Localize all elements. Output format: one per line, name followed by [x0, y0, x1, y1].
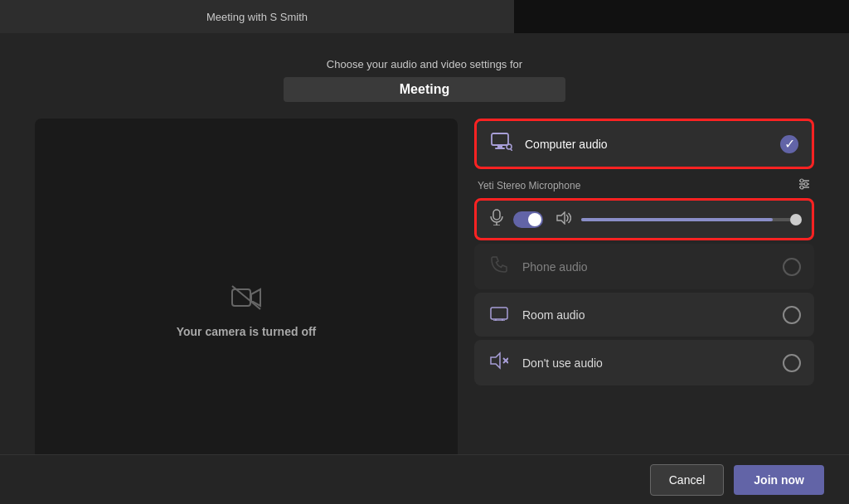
room-audio-icon — [488, 304, 511, 325]
svg-marker-28 — [491, 353, 500, 368]
microphone-icon — [490, 209, 503, 230]
svg-point-17 — [800, 179, 803, 182]
svg-point-18 — [804, 182, 808, 186]
no-audio-check — [783, 354, 801, 372]
svg-point-12 — [507, 144, 512, 149]
join-now-button[interactable]: Join now — [734, 465, 824, 495]
phone-audio-check — [783, 258, 801, 276]
room-audio-check — [783, 306, 801, 324]
camera-off-text: Your camera is turned off — [177, 325, 317, 338]
mic-controls-row — [474, 198, 814, 240]
microphone-name: Yeti Stereo Microphone — [478, 180, 580, 191]
no-audio-icon — [488, 351, 511, 374]
audio-option-room[interactable]: Room audio — [474, 293, 814, 337]
svg-rect-11 — [495, 148, 505, 149]
audio-panel: Computer audio ✓ Yeti Stereo Microphone — [474, 119, 814, 504]
svg-line-13 — [511, 149, 512, 151]
audio-option-none[interactable]: Don't use audio — [474, 340, 814, 385]
mic-toggle[interactable] — [513, 211, 543, 228]
phone-audio-label: Phone audio — [522, 260, 771, 274]
title-bar-text: Meeting with S Smith — [206, 11, 308, 23]
main-content: Choose your audio and video settings for… — [0, 33, 849, 504]
title-bar: Meeting with S Smith — [0, 0, 514, 33]
phone-audio-icon — [488, 255, 511, 278]
bottom-bar: Cancel Join now — [0, 454, 849, 504]
computer-audio-check: ✓ — [780, 135, 798, 153]
audio-option-computer[interactable]: Computer audio ✓ — [474, 119, 814, 169]
no-audio-label: Don't use audio — [522, 356, 771, 370]
svg-rect-20 — [493, 210, 500, 220]
camera-panel: Your camera is turned off — [35, 119, 458, 504]
mic-settings-icon[interactable] — [798, 177, 811, 193]
camera-off-icon — [231, 285, 261, 317]
svg-rect-24 — [491, 308, 507, 319]
volume-icon — [556, 211, 571, 228]
svg-rect-0 — [232, 289, 250, 306]
volume-thumb[interactable] — [790, 214, 802, 225]
computer-audio-icon — [490, 133, 513, 155]
room-audio-label: Room audio — [522, 308, 771, 322]
meeting-title: Meeting — [284, 77, 565, 102]
svg-point-19 — [800, 186, 803, 189]
svg-marker-23 — [557, 212, 565, 224]
volume-fill — [581, 218, 773, 221]
subtitle-text: Choose your audio and video settings for — [327, 58, 522, 70]
audio-option-phone[interactable]: Phone audio — [474, 244, 814, 289]
svg-rect-9 — [492, 133, 508, 145]
volume-slider[interactable] — [581, 218, 798, 221]
mic-label-row: Yeti Stereo Microphone — [474, 172, 814, 195]
cancel-button[interactable]: Cancel — [650, 464, 725, 496]
columns-container: Your camera is turned off — [35, 119, 814, 504]
computer-audio-label: Computer audio — [525, 138, 769, 151]
svg-rect-10 — [497, 145, 502, 148]
